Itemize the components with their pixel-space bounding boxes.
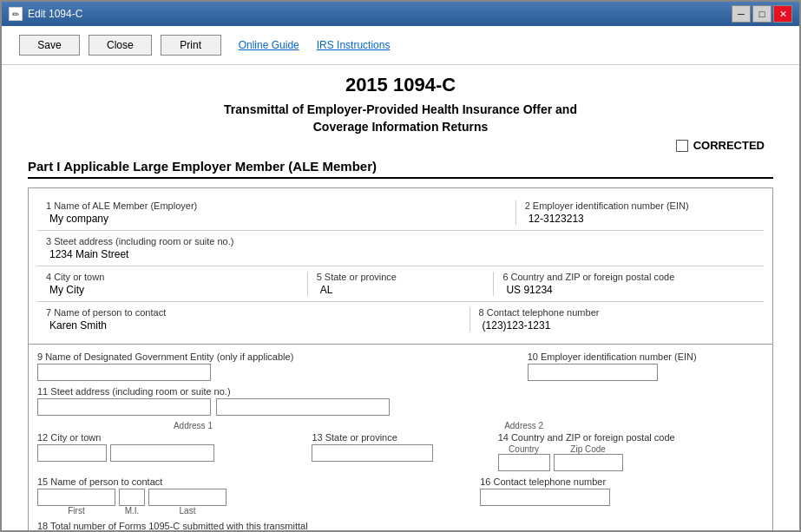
field7-label: 7 Name of person to contact bbox=[46, 307, 461, 318]
field10-label: 10 Employer identification number (EIN) bbox=[528, 351, 764, 362]
field18-label: 18 Total number of Forms 1095-C submitte… bbox=[37, 521, 764, 530]
online-guide-link[interactable]: Online Guide bbox=[239, 39, 299, 51]
row-3: 3 Steet address (including room or suite… bbox=[37, 231, 764, 266]
row-1-2: 1 Name of ALE Member (Employer) My compa… bbox=[37, 195, 764, 231]
country-sublabel: Country bbox=[498, 444, 550, 454]
field11-label: 11 Steet address (including room or suit… bbox=[37, 386, 764, 397]
title-bar-left: ✏ Edit 1094-C bbox=[9, 7, 82, 21]
field13-label: 13 State or province bbox=[312, 432, 489, 443]
field9-input[interactable] bbox=[37, 364, 211, 381]
dge-section: 9 Name of Designated Government Entity (… bbox=[28, 345, 773, 530]
field4-col: 4 City or town My City bbox=[37, 272, 308, 296]
zip-sublabel: Zip Code bbox=[554, 444, 623, 454]
part1-header: Part I Applicable Large Employer Member … bbox=[28, 159, 773, 179]
field9-label: 9 Name of Designated Government Entity (… bbox=[37, 351, 510, 362]
corrected-row: CORRECTED bbox=[28, 139, 773, 152]
field15-mi-input[interactable] bbox=[119, 489, 145, 506]
field10-input[interactable] bbox=[528, 364, 658, 381]
irs-instructions-link[interactable]: IRS Instructions bbox=[317, 39, 391, 51]
addr-mid bbox=[314, 421, 487, 430]
addr1-spacer: Address 1 bbox=[37, 421, 297, 430]
field7-col: 7 Name of person to contact Karen Smith bbox=[37, 307, 470, 332]
field6-value: US 91234 bbox=[502, 284, 755, 296]
field7-value: Karen Smith bbox=[46, 319, 461, 332]
field12-col: 12 City or town bbox=[37, 432, 303, 462]
maximize-button[interactable]: □ bbox=[752, 5, 771, 23]
mi-sublabel: M.I. bbox=[119, 506, 145, 516]
field4-label: 4 City or town bbox=[46, 272, 299, 282]
field16-input[interactable] bbox=[480, 489, 610, 506]
window-title: Edit 1094-C bbox=[28, 8, 82, 20]
address-labels-row: Address 1 Address 2 bbox=[37, 421, 764, 430]
subtitle-line1: Transmittal of Employer-Provided Health … bbox=[224, 102, 577, 116]
field15-first-input[interactable] bbox=[37, 489, 115, 506]
field11-input2[interactable] bbox=[216, 398, 390, 416]
address2-label-col: Address 2 bbox=[504, 421, 764, 430]
close-button[interactable]: Close bbox=[89, 35, 152, 56]
field1-label: 1 Name of ALE Member (Employer) bbox=[46, 200, 507, 211]
field15-mi-group: M.I. bbox=[119, 489, 145, 516]
subtitle-line2: Coverage Information Returns bbox=[313, 120, 488, 134]
content-scroll[interactable]: Save Close Print Online Guide IRS Instru… bbox=[2, 26, 799, 530]
field15-label: 15 Name of person to contact bbox=[37, 476, 463, 487]
field14-zip-group: Zip Code bbox=[554, 444, 623, 471]
save-button[interactable]: Save bbox=[19, 35, 80, 56]
field2-value: 12-3123213 bbox=[525, 213, 755, 225]
corrected-label: CORRECTED bbox=[693, 139, 765, 152]
field12-inputs bbox=[37, 444, 303, 462]
field12-input2[interactable] bbox=[110, 444, 214, 462]
row-11: 11 Steet address (including room or suit… bbox=[37, 386, 764, 416]
address1-label: Address 1 bbox=[89, 421, 297, 430]
field3-value: 1234 Main Street bbox=[46, 248, 755, 260]
field14-inputs: Country Zip Code bbox=[498, 444, 764, 471]
field13-input[interactable] bbox=[312, 444, 433, 462]
main-layout: Save Close Print Online Guide IRS Instru… bbox=[2, 26, 799, 530]
form-area: 2015 1094-C Transmittal of Employer-Prov… bbox=[2, 65, 799, 530]
field14-country-group: Country bbox=[498, 444, 550, 471]
row-4-5-6: 4 City or town My City 5 State or provin… bbox=[37, 266, 764, 302]
first-sublabel: First bbox=[37, 506, 115, 516]
field8-label: 8 Contact telephone number bbox=[479, 307, 755, 318]
field1-col: 1 Name of ALE Member (Employer) My compa… bbox=[37, 200, 516, 225]
field15-last-group: Last bbox=[148, 489, 227, 516]
field8-col: 8 Contact telephone number (123)123-1231 bbox=[470, 307, 764, 332]
field15-col: 15 Name of person to contact First M.I. bbox=[37, 476, 463, 516]
field6-col: 6 Country and ZIP or foreign postal code… bbox=[494, 272, 764, 296]
field10-col: 10 Employer identification number (EIN) bbox=[528, 351, 764, 381]
corrected-checkbox[interactable] bbox=[676, 140, 688, 152]
field15-first-group: First bbox=[37, 489, 115, 516]
row-12-13-14: 12 City or town 13 State or province 14 … bbox=[37, 432, 764, 471]
field5-value: AL bbox=[317, 284, 485, 296]
field16-col: 16 Contact telephone number bbox=[480, 476, 764, 516]
field8-value: (123)123-1231 bbox=[479, 319, 755, 332]
field9-col: 9 Name of Designated Government Entity (… bbox=[37, 351, 510, 381]
row-15-16: 15 Name of person to contact First M.I. bbox=[37, 476, 764, 516]
field5-col: 5 State or province AL bbox=[308, 272, 495, 296]
field3-label: 3 Steet address (including room or suite… bbox=[46, 236, 755, 246]
main-window: ✏ Edit 1094-C ─ □ ✕ Save Close Print Onl… bbox=[0, 0, 801, 532]
field14-col: 14 Country and ZIP or foreign postal cod… bbox=[498, 432, 764, 471]
title-bar: ✏ Edit 1094-C ─ □ ✕ bbox=[2, 2, 799, 26]
form-subtitle: Transmittal of Employer-Provided Health … bbox=[28, 102, 773, 135]
field2-label: 2 Employer identification number (EIN) bbox=[525, 200, 755, 211]
field14-country-input[interactable] bbox=[498, 454, 550, 471]
field12-label: 12 City or town bbox=[37, 432, 303, 443]
field11-input1[interactable] bbox=[37, 398, 211, 416]
last-sublabel: Last bbox=[148, 506, 227, 516]
print-button[interactable]: Print bbox=[161, 35, 221, 56]
field11-inputs bbox=[37, 398, 764, 416]
field15-last-input[interactable] bbox=[148, 489, 227, 506]
row-18: 18 Total number of Forms 1095-C submitte… bbox=[37, 521, 764, 530]
form-title: 2015 1094-C bbox=[28, 74, 773, 96]
field15-name-inputs: First M.I. Last bbox=[37, 489, 463, 516]
field6-label: 6 Country and ZIP or foreign postal code bbox=[502, 272, 755, 282]
address2-label: Address 2 bbox=[504, 421, 764, 430]
field12-input1[interactable] bbox=[37, 444, 107, 462]
close-window-button[interactable]: ✕ bbox=[773, 5, 792, 23]
row-7-8: 7 Name of person to contact Karen Smith … bbox=[37, 302, 764, 337]
field16-label: 16 Contact telephone number bbox=[480, 476, 764, 487]
field14-zip-input[interactable] bbox=[554, 454, 623, 471]
field1-value: My company bbox=[46, 213, 507, 225]
field13-col: 13 State or province bbox=[312, 432, 489, 462]
minimize-button[interactable]: ─ bbox=[732, 5, 751, 23]
